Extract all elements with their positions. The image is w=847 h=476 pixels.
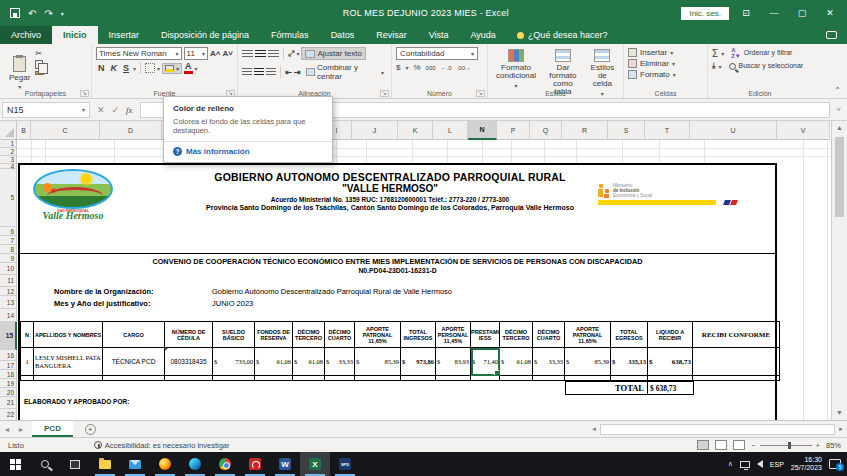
ribbon-tab-disposici-n-de-p-gina[interactable]: Disposición de página [150,26,260,44]
column-header-D[interactable]: D [100,121,162,140]
empty-cell[interactable] [34,376,103,381]
empty-cell[interactable] [255,376,293,381]
feedback-icon[interactable] [826,31,837,39]
bold-button[interactable]: N [96,63,107,73]
table-header-13[interactable]: DÉCIMO CUARTO [533,322,565,348]
column-header-K[interactable]: K [398,121,433,140]
font-color-dropdown-icon[interactable]: ▾ [195,65,198,72]
select-all-corner[interactable] [0,121,17,140]
save-icon[interactable] [10,8,20,18]
taskbar-search-icon[interactable] [30,452,60,476]
cell-money-11[interactable]: $335,13 [611,348,648,376]
taskbar-start-icon[interactable] [0,452,30,476]
row-header-16[interactable]: 16 [0,350,17,361]
undo-icon[interactable]: ↶ [28,8,36,19]
cell-money-9[interactable]: $33,33 [533,348,565,376]
table-header-1[interactable]: APELLIDOS Y NOMBRES [34,322,103,348]
cell-money-10[interactable]: $85,39 [565,348,611,376]
font-size-select[interactable]: 11▾ [184,47,209,60]
table-header-17[interactable]: RECIBI CONFORME [693,322,780,348]
table-header-10[interactable]: APORTE PERSONAL 11,45% [436,322,471,348]
cell-money-1[interactable]: $61,06 [255,348,293,376]
empty-cell[interactable] [213,376,255,381]
empty-cell[interactable] [103,376,165,381]
table-header-0[interactable]: N [21,322,34,348]
normal-view-icon[interactable] [697,440,709,450]
row-header-21[interactable]: 21 [0,397,17,409]
font-name-select[interactable]: Times New Roman▾ [96,47,182,60]
maximize-button[interactable]: ▢ [791,8,813,18]
zoom-level[interactable]: 85% [826,441,841,450]
ribbon-tab-vista[interactable]: Vista [418,26,460,44]
number-dialog-launcher[interactable]: ↘ [476,90,485,97]
column-header-R[interactable]: R [562,121,608,140]
borders-icon[interactable] [145,63,155,73]
underline-button[interactable]: S [121,63,131,73]
number-format-select[interactable]: Contabilidad▾ [396,47,478,60]
name-box[interactable]: N15 ▾ [2,102,90,118]
vertical-scroll-thumb[interactable] [835,137,844,217]
zoom-slider[interactable] [760,445,812,446]
align-right-icon[interactable] [266,68,276,76]
sort-filter-button[interactable]: AZ▼ [731,47,741,59]
currency-format-icon[interactable]: $ [396,63,400,72]
table-header-4[interactable]: SUELDO BÁSICO [213,322,255,348]
cell-money-2[interactable]: $61,08 [293,348,325,376]
accessibility-status[interactable]: Accesibilidad: es necesario investigar [94,441,230,450]
decrease-font-icon[interactable]: A˅ [223,49,233,58]
fill-down-icon[interactable]: ⤓ [712,61,716,71]
row-header-2[interactable]: 2 [0,148,17,156]
taskbar-spd-icon[interactable]: SPD [330,452,360,476]
taskbar-adobe-icon[interactable] [240,452,270,476]
tooltip-help-link[interactable]: ? Más información [173,147,323,156]
language-indicator[interactable]: ESP [770,461,784,468]
redo-icon[interactable]: ↷ [44,8,52,19]
cell-employee-name[interactable]: LESLY MISHELL PATA BANGUERA [34,348,103,376]
empty-cell[interactable] [533,376,565,381]
borders-dropdown-icon[interactable]: ▾ [157,65,160,72]
ribbon-tab-f-rmulas[interactable]: Fórmulas [260,26,320,44]
row-header-19[interactable]: 19 [0,379,17,388]
empty-cell[interactable] [21,376,34,381]
clock[interactable]: 16:30 25/7/2023 [791,456,822,472]
cell-money-8[interactable]: $61,08 [500,348,533,376]
empty-cell[interactable] [355,376,401,381]
taskbar-mail-icon[interactable] [120,452,150,476]
empty-cell[interactable] [500,376,533,381]
empty-cell[interactable] [693,376,780,381]
align-left-icon[interactable] [242,68,252,76]
table-header-11[interactable]: PRESTAMO IESS [471,322,500,348]
delete-cells-button[interactable]: Eliminar▾ [628,59,703,68]
empty-cell[interactable] [293,376,325,381]
format-cells-button[interactable]: Formato▾ [628,70,703,79]
vertical-scrollbar[interactable]: ▲ ▼ [831,121,847,420]
cell-money-12[interactable]: $638,73 [648,348,693,376]
row-header-7[interactable]: 7 [0,236,17,245]
zoom-slider-thumb[interactable] [788,442,791,449]
scroll-down-icon[interactable]: ▼ [832,406,847,420]
clipboard-dialog-launcher[interactable]: ↘ [80,90,89,97]
copy-icon[interactable] [35,60,43,69]
empty-cell[interactable] [611,376,648,381]
sheet-nav-right-icon[interactable]: ▸ [14,425,28,434]
empty-cell[interactable] [648,376,693,381]
ribbon-display-options-icon[interactable]: ⊡ [735,8,757,18]
row-header-1[interactable]: 1 [0,140,17,148]
align-middle-icon[interactable] [255,50,266,58]
hscroll-right-icon[interactable]: ▸ [835,425,847,433]
table-header-2[interactable]: CARGO [103,322,165,348]
empty-cell[interactable] [165,376,213,381]
column-header-L[interactable]: L [433,121,468,140]
ribbon-tab-insertar[interactable]: Insertar [98,26,151,44]
insert-cells-button[interactable]: Insertar▾ [628,48,703,57]
scroll-up-icon[interactable]: ▲ [832,121,847,135]
align-top-icon[interactable] [242,50,253,58]
row-header-8[interactable]: 8 [0,245,17,254]
row-header-14[interactable]: 14 [0,309,17,322]
cut-icon[interactable]: ✂ [35,49,44,58]
merge-center-button[interactable]: Combinar y centrar ▾ [303,62,387,82]
increase-font-icon[interactable]: A˄ [210,49,220,58]
qat-customize-icon[interactable]: ▾ [61,10,64,17]
row-header-15[interactable]: 15 [0,322,17,350]
sheet-tab-pcd[interactable]: PCD [32,421,73,437]
